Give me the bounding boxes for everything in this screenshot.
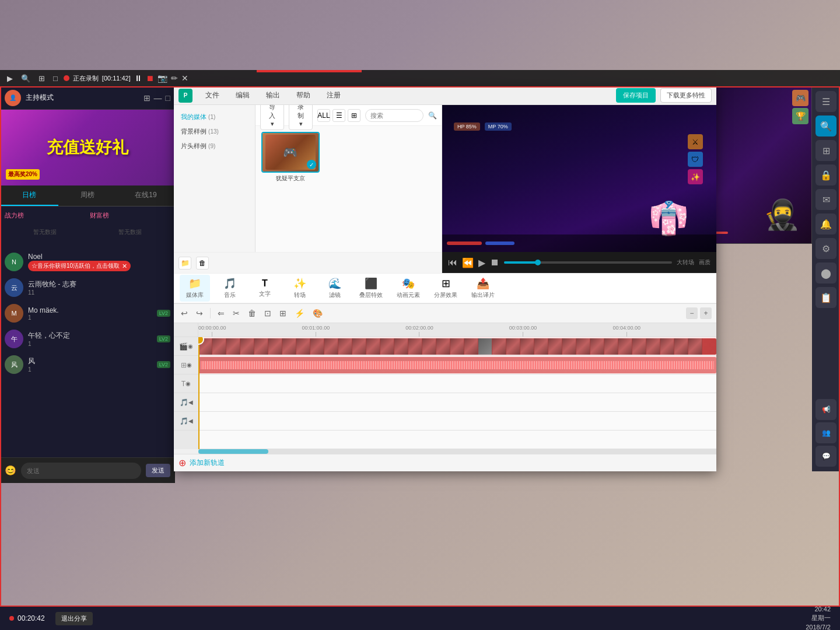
sidebar-icon-clipboard[interactable]: 📋 — [816, 287, 836, 308]
sidebar-icon-notification[interactable]: 🔔 — [816, 214, 836, 235]
track-toggle-video[interactable]: ◉ — [188, 343, 193, 349]
game-main-character: 👘 — [649, 200, 689, 237]
recording-layout-icon[interactable]: ⊞ — [36, 73, 47, 84]
new-folder-button[interactable]: 📁 — [178, 257, 191, 270]
recording-indicator-bar — [257, 70, 362, 72]
promotion-banner[interactable]: 充值送好礼 最高奖20% — [0, 110, 175, 186]
tool-filter[interactable]: 🌊 滤镜 — [320, 275, 350, 302]
tree-item-bg-samples[interactable]: 背景样例 (13) — [174, 124, 255, 139]
exit-share-button[interactable]: 退出分享 — [55, 612, 93, 625]
user-avatar-1: 云 — [5, 278, 23, 297]
list-item[interactable]: 云 云雨牧纶 - 志赛 11 — [0, 275, 175, 300]
tool-export[interactable]: 📤 输出译片 — [467, 275, 499, 302]
tool-split-screen[interactable]: ⊞ 分屏效果 — [429, 275, 462, 302]
tab-online[interactable]: 在线19 — [117, 186, 175, 206]
search-icon[interactable]: 🔍 — [428, 111, 437, 120]
zoom-in-button[interactable]: + — [700, 307, 712, 319]
tool-transition[interactable]: ✨ 转场 — [285, 275, 315, 302]
tree-item-intro-samples[interactable]: 片头样例 (9) — [174, 139, 255, 153]
notif-close-button[interactable]: ✕ — [122, 262, 127, 270]
menu-edit[interactable]: 编辑 — [232, 88, 253, 103]
undo-button[interactable]: ↩ — [178, 307, 190, 319]
prev-frame-button[interactable]: ⏪ — [462, 257, 474, 268]
tool-overlay[interactable]: ⬛ 叠层特效 — [355, 275, 387, 302]
sidebar-icon-share[interactable]: 📢 — [816, 399, 836, 420]
right-sidebar: ☰ 🔍 ⊞ 🔒 ✉ 🔔 ⚙ ⬤ 📋 📢 👥 💬 — [812, 86, 840, 471]
track-label-video: 🎬 ◉ — [174, 337, 198, 356]
tool-media[interactable]: 📁 媒体库 — [180, 275, 210, 302]
track-toggle-text[interactable]: ◉ — [186, 380, 191, 387]
sidebar-icon-circle[interactable]: ⬤ — [816, 262, 836, 284]
menu-output[interactable]: 输出 — [262, 88, 284, 103]
game-skill-1: ⚔ — [688, 134, 703, 149]
grid-icon[interactable]: ⊞ — [144, 93, 150, 103]
preview-progress-slider[interactable] — [504, 261, 672, 264]
playhead[interactable] — [198, 337, 200, 449]
sidebar-icon-settings[interactable]: ⚙ — [816, 238, 836, 259]
sidebar-icon-grid[interactable]: ⊞ — [816, 140, 836, 161]
tool-text[interactable]: T 文字 — [250, 276, 280, 300]
tool-animation[interactable]: 🎭 动画元素 — [392, 275, 425, 302]
play-button[interactable]: ▶ — [478, 257, 485, 268]
media-item[interactable]: 🎮 ✓ 犹疑平支京 — [261, 132, 320, 183]
cut-button[interactable]: ✂ — [230, 307, 242, 319]
track-toggle-audio1[interactable]: ◀ — [188, 399, 193, 405]
maximize-icon[interactable]: □ — [166, 93, 170, 103]
tool-music[interactable]: 🎵 音乐 — [215, 275, 245, 302]
merge-button[interactable]: ⊞ — [277, 307, 289, 319]
snap-button[interactable]: ⚡ — [292, 307, 307, 319]
tree-item-my-media[interactable]: 我的媒体 (1) — [174, 110, 255, 124]
list-item[interactable]: M Mo mäek. 1 LV2 — [0, 300, 175, 326]
chat-input[interactable] — [21, 463, 141, 479]
game-skill-2: 🛡 — [688, 152, 703, 167]
view-list-button[interactable]: ☰ — [332, 109, 345, 122]
send-button[interactable]: 发送 — [146, 464, 170, 477]
view-grid-button[interactable]: ⊞ — [348, 109, 360, 122]
list-item[interactable]: 风 风 1 LV2 — [0, 352, 175, 377]
track-toggle-main[interactable]: ◉ — [187, 362, 192, 368]
recording-search-icon[interactable]: 🔍 — [19, 73, 33, 84]
list-item[interactable]: 午 午轻，心不定 1 LV2 — [0, 326, 175, 352]
screenshot-button[interactable]: 📷 — [158, 74, 167, 83]
stop-button[interactable]: ⏹ — [146, 74, 154, 83]
minimize-icon[interactable]: — — [154, 93, 162, 103]
track-toggle-audio2[interactable]: ◀ — [188, 418, 193, 424]
recording-close-button[interactable]: ✕ — [181, 74, 188, 83]
menu-help[interactable]: 帮助 — [293, 88, 314, 103]
skip-back-button[interactable]: ⏮ — [448, 257, 457, 268]
search-input[interactable] — [365, 109, 424, 122]
color-button[interactable]: 🎨 — [310, 307, 325, 319]
recording-window-icon[interactable]: □ — [51, 73, 60, 84]
menu-register[interactable]: 注册 — [323, 88, 344, 103]
pause-button[interactable]: ⏸ — [134, 74, 142, 83]
view-all-button[interactable]: ALL — [317, 109, 330, 122]
zoom-out-button[interactable]: − — [686, 307, 698, 319]
add-track-button[interactable]: ⊕ 添加新轨道 — [174, 454, 716, 471]
emoji-button[interactable]: 😊 — [5, 465, 16, 476]
sidebar-icon-menu[interactable]: ☰ — [816, 91, 836, 112]
save-project-button[interactable]: 保存项目 — [616, 88, 656, 103]
video-clip[interactable] — [198, 338, 716, 355]
sidebar-icon-search[interactable]: 🔍 — [816, 116, 836, 136]
tab-daily-rank[interactable]: 日榜 — [0, 186, 58, 206]
sidebar-icon-people[interactable]: 👥 — [816, 422, 836, 443]
rec-dot-icon — [9, 616, 14, 621]
clip-frame — [226, 338, 240, 355]
sidebar-icon-lock[interactable]: 🔒 — [816, 164, 836, 186]
menu-file[interactable]: 文件 — [202, 88, 223, 103]
sidebar-icon-chat[interactable]: 💬 — [816, 446, 836, 467]
crop-button[interactable]: ⊡ — [262, 307, 274, 319]
align-button[interactable]: ⇐ — [215, 307, 227, 319]
annotation-button[interactable]: ✏ — [171, 74, 178, 83]
user-name-3: 午轻，心不定 — [28, 331, 152, 341]
timeline-scrollbar[interactable] — [198, 449, 716, 454]
list-item[interactable]: N Noel ☆音乐你获得10活跃伯，点击领取 ✕ — [0, 249, 175, 275]
stop-preview-button[interactable]: ⏹ — [490, 257, 499, 268]
download-more-button[interactable]: 下载更多特性 — [660, 88, 712, 103]
tab-weekly-rank[interactable]: 周榜 — [58, 186, 117, 206]
delete-button[interactable]: 🗑 — [246, 307, 258, 319]
banner-badge: 最高奖20% — [6, 169, 40, 180]
redo-button[interactable]: ↪ — [194, 307, 205, 319]
sidebar-icon-mail[interactable]: ✉ — [816, 189, 836, 210]
delete-media-button[interactable]: 🗑 — [196, 257, 209, 270]
